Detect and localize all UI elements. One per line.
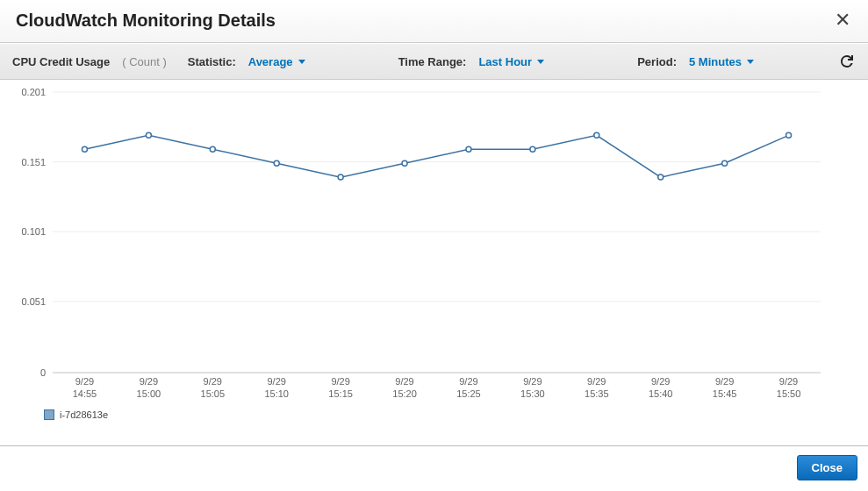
svg-text:9/29: 9/29: [204, 376, 222, 387]
chevron-down-icon: [537, 60, 544, 64]
svg-text:14:55: 14:55: [73, 388, 97, 399]
statistic-value: Average: [248, 55, 293, 68]
svg-text:15:50: 15:50: [777, 388, 801, 399]
svg-text:15:45: 15:45: [713, 388, 737, 399]
svg-text:0.151: 0.151: [21, 157, 46, 167]
svg-text:15:15: 15:15: [328, 388, 353, 399]
svg-text:15:20: 15:20: [392, 388, 417, 399]
metric-unit: ( Count ): [122, 55, 167, 68]
svg-text:9/29: 9/29: [523, 376, 542, 387]
svg-text:9/29: 9/29: [331, 376, 349, 387]
svg-text:0.201: 0.201: [21, 87, 46, 97]
cloudwatch-dialog: CloudWatch Monitoring Details ✕ CPU Cred…: [0, 0, 868, 491]
chart-legend: i-7d28613e: [9, 408, 859, 425]
chevron-down-icon: [298, 60, 305, 64]
svg-text:9/29: 9/29: [779, 376, 798, 387]
refresh-icon[interactable]: [838, 53, 856, 70]
legend-series-0: i-7d28613e: [60, 409, 108, 420]
svg-point-38: [338, 174, 343, 180]
svg-text:9/29: 9/29: [459, 376, 477, 387]
svg-text:9/29: 9/29: [587, 376, 606, 387]
svg-point-37: [274, 160, 279, 166]
line-chart: 00.0510.1010.1510.2019/2914:559/2915:009…: [9, 83, 856, 408]
svg-text:9/29: 9/29: [715, 376, 734, 387]
close-button[interactable]: Close: [797, 455, 857, 480]
svg-point-35: [146, 132, 151, 138]
period-label: Period:: [637, 55, 677, 68]
svg-point-43: [658, 174, 664, 180]
svg-text:9/29: 9/29: [651, 376, 670, 387]
statistic-label: Statistic:: [188, 55, 236, 68]
svg-point-40: [466, 146, 471, 152]
dialog-header: CloudWatch Monitoring Details ✕: [0, 0, 868, 43]
svg-text:15:40: 15:40: [649, 388, 673, 399]
svg-text:9/29: 9/29: [267, 376, 285, 387]
svg-point-34: [82, 146, 87, 152]
chevron-down-icon: [747, 60, 754, 64]
svg-point-42: [594, 132, 599, 138]
timerange-label: Time Range:: [398, 55, 467, 68]
svg-text:0.101: 0.101: [21, 226, 46, 237]
period-value: 5 Minutes: [689, 55, 742, 68]
timerange-value: Last Hour: [478, 55, 532, 68]
svg-text:15:00: 15:00: [137, 388, 161, 399]
svg-point-36: [210, 146, 215, 152]
svg-text:15:10: 15:10: [264, 388, 289, 399]
svg-point-44: [722, 160, 728, 166]
svg-point-39: [402, 160, 407, 166]
legend-swatch: [44, 409, 54, 420]
svg-point-45: [786, 132, 792, 138]
chart-area: 00.0510.1010.1510.2019/2914:559/2915:009…: [0, 80, 868, 445]
svg-text:0: 0: [40, 367, 46, 378]
svg-text:15:05: 15:05: [201, 388, 226, 399]
page-title: CloudWatch Monitoring Details: [16, 11, 276, 31]
svg-text:0.051: 0.051: [21, 296, 46, 307]
dialog-footer: Close: [0, 445, 868, 491]
metric-name: CPU Credit Usage: [12, 55, 110, 68]
timerange-dropdown[interactable]: Last Hour: [478, 55, 544, 68]
svg-text:15:30: 15:30: [520, 388, 545, 399]
chart-toolbar: CPU Credit Usage ( Count ) Statistic: Av…: [0, 43, 868, 80]
svg-text:9/29: 9/29: [140, 376, 158, 387]
svg-point-41: [530, 146, 535, 152]
svg-text:9/29: 9/29: [75, 376, 94, 387]
close-icon[interactable]: ✕: [833, 9, 852, 32]
svg-text:15:35: 15:35: [585, 388, 609, 399]
svg-text:15:25: 15:25: [456, 388, 481, 399]
period-dropdown[interactable]: 5 Minutes: [689, 55, 754, 68]
svg-text:9/29: 9/29: [395, 376, 413, 387]
statistic-dropdown[interactable]: Average: [248, 55, 305, 68]
